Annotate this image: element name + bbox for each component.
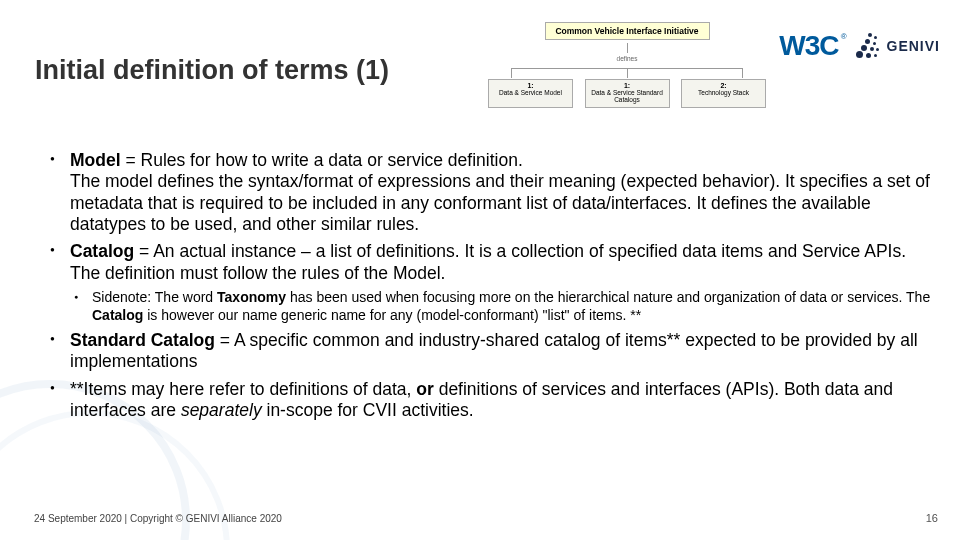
diagram-box-bottom: Data & Service Standard Catalogs [588,89,667,104]
bullet-sidenote: Sidenote: The word Taxonomy has been use… [70,289,938,324]
slide: Initial definition of terms (1) Common V… [0,0,960,540]
connector [627,43,628,53]
diagram-defines-label: defines [488,55,766,62]
diagram-box-bottom: Technology Stack [684,89,763,96]
diagram-box-top: 1: [491,82,570,89]
text: has been used when focusing more on the … [286,289,930,305]
footer-copyright: Copyright © GENIVI Alliance 2020 [130,513,282,524]
bullet-catalog: Catalog = An actual instance – a list of… [48,241,938,324]
diagram-box-bottom: Data & Service Model [491,89,570,96]
footer: 24 September 2020 | Copyright © GENIVI A… [34,513,282,524]
connector [511,68,743,69]
cvii-diagram: Common Vehicle Interface Initiative defi… [488,22,766,108]
text: **Items may here refer to definitions of… [70,379,416,399]
text: in-scope for CVII activities. [262,400,474,420]
diagram-box-1: 1: Data & Service Model [488,79,573,108]
term-or: or [416,379,434,399]
diagram-box-top: 1: [588,82,667,89]
term-catalog-suffix: Catalog [146,330,215,350]
diagram-row: 1: Data & Service Model 1: Data & Servic… [488,79,766,108]
term-separately: separately [181,400,262,420]
diagram-box-top: 2: [684,82,763,89]
w3c-logo: W3C® [779,30,838,62]
diagram-box-3: 2: Technology Stack [681,79,766,108]
term-taxonomy: Taxonomy [217,289,286,305]
genivi-text: GENIVI [887,38,940,54]
bullet-standard-catalog: Standard Catalog = A specific common and… [48,330,938,373]
content: Model = Rules for how to write a data or… [48,150,938,427]
term-standard: Standard [70,330,146,350]
term-catalog: Catalog [70,241,134,261]
diagram-box-2: 1: Data & Service Standard Catalogs [585,79,670,108]
text: The model defines the syntax/format of e… [70,171,930,234]
genivi-logo: GENIVI [851,31,940,61]
page-title: Initial definition of terms (1) [35,55,389,86]
genivi-dots-icon [851,31,881,61]
bullet-model: Model = Rules for how to write a data or… [48,150,938,235]
page-number: 16 [926,512,938,524]
bullet-items-note: **Items may here refer to definitions of… [48,379,938,422]
term-model: Model [70,150,121,170]
text: = Rules for how to write a data or servi… [121,150,523,170]
diagram-header-box: Common Vehicle Interface Initiative [545,22,710,40]
footer-date: 24 September 2020 [34,513,122,524]
text: = An actual instance – a list of definit… [70,241,906,282]
logo-row: W3C® GENIVI [779,30,940,62]
text: is however our name generic name for any… [143,307,641,323]
text: Sidenote: The word [92,289,217,305]
footer-sep: | [122,513,130,524]
term-catalog-inline: Catalog [92,307,143,323]
